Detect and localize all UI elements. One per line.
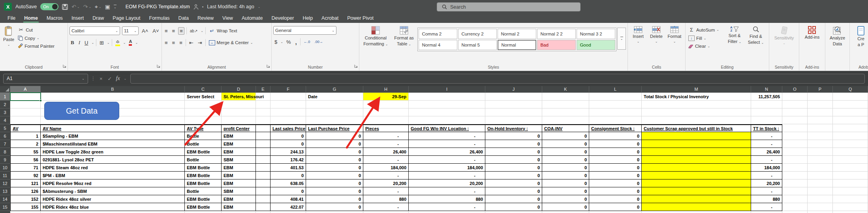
- cell-H5[interactable]: Pieces: [363, 124, 409, 132]
- cell-I9[interactable]: -: [409, 156, 485, 164]
- cell-E10[interactable]: [256, 164, 271, 172]
- number-format-select[interactable]: General⌄: [273, 26, 336, 35]
- analyze-data-button[interactable]: Analyze Data: [828, 25, 847, 62]
- cell-Q11[interactable]: [833, 172, 868, 179]
- cell-N2[interactable]: [751, 101, 782, 108]
- cell-I6[interactable]: -: [409, 132, 485, 140]
- last-modified-label[interactable]: Last Modified: 4h ago: [207, 4, 254, 9]
- cell-H7[interactable]: -: [363, 140, 409, 148]
- cell-L3[interactable]: [589, 108, 642, 116]
- cell-J10[interactable]: 0: [485, 164, 542, 172]
- row-header-15[interactable]: 15: [0, 203, 10, 211]
- cell-Q9[interactable]: [833, 156, 868, 164]
- cell-K14[interactable]: 0: [542, 195, 589, 203]
- cell-F9[interactable]: 176.42: [271, 156, 306, 164]
- column-header-Q[interactable]: Q: [833, 86, 868, 93]
- cell-I10[interactable]: 184,000: [409, 164, 485, 172]
- cell-F16[interactable]: [271, 211, 306, 213]
- copy-button[interactable]: Copy⌄: [17, 35, 56, 41]
- cell-B15[interactable]: HDPE Ridex 48oz blue: [41, 203, 185, 211]
- cell-G3[interactable]: [306, 108, 363, 116]
- cell-A14[interactable]: 152: [10, 195, 41, 203]
- cell-G15[interactable]: 0: [306, 203, 363, 211]
- cell-J5[interactable]: On-Hold Inventory :: [485, 124, 542, 132]
- cell-G10[interactable]: 0: [306, 164, 363, 172]
- cell-O11[interactable]: [782, 172, 808, 179]
- cell-G9[interactable]: 0: [306, 156, 363, 164]
- cell-P9[interactable]: [808, 156, 833, 164]
- cell-E3[interactable]: [256, 108, 271, 116]
- cell-D16[interactable]: [222, 211, 256, 213]
- cell-A11[interactable]: 92: [10, 172, 41, 179]
- column-header-O[interactable]: O: [782, 86, 808, 93]
- cell-F15[interactable]: 422.07: [271, 203, 306, 211]
- cell-F11[interactable]: 0: [271, 172, 306, 179]
- cell-O16[interactable]: [782, 211, 808, 213]
- accounting-format-button[interactable]: $: [273, 39, 278, 45]
- format-cells-button[interactable]: Format⌄: [666, 25, 683, 62]
- cell-F5[interactable]: Last sales Price: [271, 124, 306, 132]
- cell-M5[interactable]: Customer Scrap approved but still in Sto…: [642, 124, 751, 132]
- cell-L15[interactable]: 0: [589, 203, 642, 211]
- cell-J1[interactable]: [485, 93, 542, 101]
- quick-access-more-icon[interactable]: ⌄: [114, 5, 116, 9]
- search-input[interactable]: Search: [437, 2, 581, 11]
- row-header-10[interactable]: 10: [0, 164, 10, 172]
- cell-E7[interactable]: [256, 140, 271, 148]
- cell-O6[interactable]: [782, 132, 808, 140]
- cell-N6[interactable]: -: [751, 132, 782, 140]
- cell-B10[interactable]: HDPE Steam 48oz red: [41, 164, 185, 172]
- row-header-5[interactable]: 5: [0, 124, 10, 132]
- cell-Q10[interactable]: [833, 164, 868, 172]
- cell-N15[interactable]: -: [751, 203, 782, 211]
- cell-P6[interactable]: [808, 132, 833, 140]
- autosave-toggle[interactable]: On: [40, 3, 58, 10]
- cell-M3[interactable]: [642, 108, 751, 116]
- cell-Q5[interactable]: [833, 124, 868, 132]
- menu-tab-insert[interactable]: Insert: [67, 13, 88, 23]
- cell-K9[interactable]: 0: [542, 156, 589, 164]
- cell-style-bad[interactable]: Bad: [537, 40, 576, 50]
- cell-I14[interactable]: 880: [409, 195, 485, 203]
- cell-style-normal-3-2[interactable]: Normal 3 2: [577, 29, 615, 39]
- column-header-E[interactable]: E: [256, 86, 271, 93]
- cell-I8[interactable]: 26,400: [409, 148, 485, 156]
- cell-N5[interactable]: TT in Stock :: [751, 124, 782, 132]
- cell-K16[interactable]: [542, 211, 589, 213]
- cell-F13[interactable]: 0: [271, 187, 306, 195]
- cell-O2[interactable]: [782, 101, 808, 108]
- orientation-button[interactable]: ab↗: [189, 28, 199, 34]
- align-top-button[interactable]: ≡: [163, 28, 169, 34]
- align-right-button[interactable]: ≡: [178, 39, 184, 46]
- document-title[interactable]: EOM FG-PKG Template.xlsm: [126, 4, 190, 9]
- cell-A2[interactable]: [10, 101, 41, 108]
- cell-B6[interactable]: $Sampling - EBM: [41, 132, 185, 140]
- cell-O8[interactable]: [782, 148, 808, 156]
- menu-tab-page-layout[interactable]: Page Layout: [108, 13, 145, 23]
- paste-button[interactable]: Paste⌄: [2, 25, 16, 62]
- format-painter-button[interactable]: Format Painter: [17, 43, 56, 49]
- cell-O9[interactable]: [782, 156, 808, 164]
- cell-N14[interactable]: 880: [751, 195, 782, 203]
- cell-K15[interactable]: 0: [542, 203, 589, 211]
- cell-F4[interactable]: [271, 116, 306, 124]
- cell-I16[interactable]: [409, 211, 485, 213]
- cell-G14[interactable]: 0: [306, 195, 363, 203]
- cell-P10[interactable]: [808, 164, 833, 172]
- screenshot-tool-icon[interactable]: ▣: [105, 4, 110, 10]
- cell-L10[interactable]: 0: [589, 164, 642, 172]
- cell-L14[interactable]: 0: [589, 195, 642, 203]
- cell-M13[interactable]: [642, 187, 751, 195]
- menu-tab-power-pivot[interactable]: Power Pivot: [343, 13, 378, 23]
- cell-F7[interactable]: 0: [271, 140, 306, 148]
- cell-J4[interactable]: [485, 116, 542, 124]
- cell-B1[interactable]: [41, 93, 185, 101]
- cell-C11[interactable]: EBM Bottle: [185, 172, 222, 179]
- add-ins-button[interactable]: Add-ins: [803, 25, 821, 62]
- cell-P14[interactable]: [808, 195, 833, 203]
- share-person-icon[interactable]: [194, 4, 199, 9]
- cell-I4[interactable]: [409, 116, 485, 124]
- cell-P8[interactable]: [808, 148, 833, 156]
- styles-gallery-more-button[interactable]: ⌄: [617, 28, 626, 50]
- clear-button[interactable]: Clear⌄: [687, 43, 723, 49]
